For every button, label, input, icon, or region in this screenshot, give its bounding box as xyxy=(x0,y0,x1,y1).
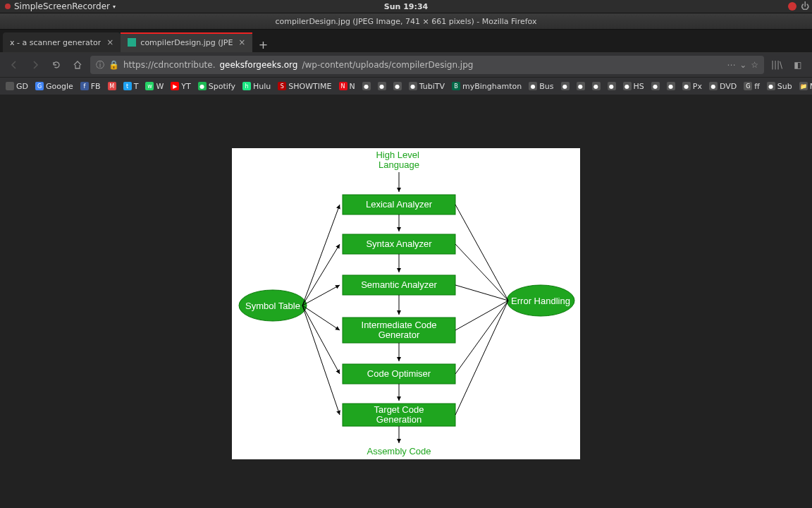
bookmark-item[interactable]: ● xyxy=(577,82,585,90)
bookmark-item[interactable]: ●TubiTV xyxy=(409,82,445,91)
tab-compiler-design[interactable]: compilerDesign.jpg (JPE × xyxy=(121,32,252,52)
svg-line-24 xyxy=(455,285,508,301)
bookmark-item[interactable]: ● xyxy=(393,82,402,90)
bookmark-label: Bus xyxy=(539,82,553,91)
svg-text:Target CodeGeneration: Target CodeGeneration xyxy=(374,404,424,425)
bookmark-item[interactable]: M xyxy=(108,82,116,90)
lock-icon[interactable]: 🔒 xyxy=(109,60,119,70)
svg-line-19 xyxy=(302,306,340,330)
bookmark-item[interactable]: ▶YT xyxy=(171,82,190,91)
bookmark-item[interactable]: ●Spotify xyxy=(198,82,235,91)
window-title: compilerDesign.jpg (JPEG Image, 741 × 66… xyxy=(276,17,537,26)
home-button[interactable] xyxy=(69,56,86,73)
bookmark-favicon-icon: N xyxy=(339,82,347,90)
bookmark-favicon-icon: t xyxy=(123,82,132,90)
bookmark-favicon-icon: ● xyxy=(409,82,417,90)
status-dot-icon[interactable] xyxy=(788,2,796,11)
bookmark-label: GD xyxy=(16,82,28,91)
svg-line-18 xyxy=(302,285,340,306)
bookmark-favicon-icon xyxy=(6,82,14,90)
bookmark-item[interactable]: ● xyxy=(592,82,601,90)
bookmark-favicon-icon: ● xyxy=(667,82,675,90)
reload-button[interactable] xyxy=(48,56,65,73)
chevron-down-icon: ▾ xyxy=(113,4,116,10)
bookmark-item[interactable]: GD xyxy=(6,82,28,91)
system-panel: SimpleScreenRecorder ▾ Sun 19:34 ⏻ xyxy=(0,0,812,13)
diagram-top-label: High Level Language xyxy=(376,150,422,170)
bookmark-item[interactable]: wW xyxy=(145,82,164,91)
bookmark-label: FB xyxy=(91,82,101,91)
bookmark-item[interactable]: ● xyxy=(362,82,371,90)
bookmark-label: SHOWTIME xyxy=(288,82,331,91)
bookmark-favicon-icon: ▶ xyxy=(171,82,179,90)
bookmark-item[interactable]: ● xyxy=(651,82,660,90)
record-icon xyxy=(4,3,11,10)
new-tab-button[interactable]: + xyxy=(255,37,271,52)
info-icon[interactable]: ⓘ xyxy=(96,59,104,71)
bookmark-item[interactable]: ● xyxy=(561,82,570,90)
bookmark-favicon-icon: ● xyxy=(393,82,402,90)
bookmark-item[interactable]: tT xyxy=(123,82,139,91)
content-area[interactable]: High Level Language Lexical AnalyzerSynt… xyxy=(0,95,812,508)
url-prefix: https://cdncontribute. xyxy=(123,60,215,70)
bookmark-item[interactable]: ●Px xyxy=(682,82,702,91)
window-titlebar: compilerDesign.jpg (JPEG Image, 741 × 66… xyxy=(0,13,812,30)
bookmark-favicon-icon: w xyxy=(145,82,154,90)
star-icon[interactable]: ☆ xyxy=(751,60,758,70)
back-button[interactable] xyxy=(6,56,23,73)
image-compiler-design[interactable]: High Level Language Lexical AnalyzerSynt… xyxy=(232,148,580,459)
bookmark-label: ff xyxy=(754,82,760,91)
app-indicator[interactable]: SimpleScreenRecorder ▾ xyxy=(0,1,120,11)
page-actions-icon[interactable]: ⋯ xyxy=(727,60,735,70)
close-icon[interactable]: × xyxy=(106,37,113,47)
bookmark-favicon-icon: S xyxy=(278,82,286,90)
bookmark-item[interactable]: 📁ML xyxy=(799,82,812,91)
forward-button[interactable] xyxy=(27,56,44,73)
bookmark-item[interactable]: ●Bus xyxy=(529,82,553,91)
bookmark-label: Spotify xyxy=(209,82,235,91)
bookmark-label: N xyxy=(350,82,355,91)
pocket-icon[interactable]: ⌄ xyxy=(739,60,746,70)
bookmark-favicon-icon: f xyxy=(80,82,89,90)
bookmark-item[interactable]: ●Sub xyxy=(767,82,792,91)
bookmark-label: HS xyxy=(634,82,644,91)
svg-text:Syntax Analyzer: Syntax Analyzer xyxy=(366,238,432,249)
bookmark-item[interactable]: fFB xyxy=(80,82,101,91)
url-bar[interactable]: ⓘ 🔒 https://cdncontribute.geeksforgeeks.… xyxy=(90,56,764,74)
bookmark-favicon-icon: G xyxy=(35,82,44,90)
bookmark-item[interactable]: NN xyxy=(339,82,355,91)
error-handling-label: Error Handling xyxy=(511,296,570,306)
bookmark-item[interactable]: ● xyxy=(608,82,616,90)
bookmark-item[interactable]: ● xyxy=(378,82,386,90)
close-icon[interactable]: × xyxy=(238,37,245,47)
bookmark-favicon-icon: h xyxy=(242,82,251,90)
bookmark-item[interactable]: ● xyxy=(667,82,675,90)
bookmark-favicon-icon: B xyxy=(452,82,460,90)
bookmark-label: TubiTV xyxy=(419,82,445,91)
bookmark-item[interactable]: SSHOWTIME xyxy=(278,82,331,91)
bookmark-favicon-icon: ● xyxy=(682,82,691,90)
nav-toolbar: ⓘ 🔒 https://cdncontribute.geeksforgeeks.… xyxy=(0,53,812,78)
tab-scanner-generator[interactable]: x - a scanner generator × xyxy=(3,32,121,52)
url-suffix: /wp-content/uploads/compilerDesign.jpg xyxy=(302,60,473,70)
diagram-bottom-label: Assembly Code xyxy=(367,446,431,456)
bookmark-favicon-icon: ● xyxy=(608,82,616,90)
bookmark-item[interactable]: hHulu xyxy=(242,82,271,91)
bookmark-item[interactable]: ●HS xyxy=(623,82,644,91)
power-icon[interactable]: ⏻ xyxy=(801,1,809,11)
clock[interactable]: Sun 19:34 xyxy=(384,2,428,11)
svg-line-21 xyxy=(302,306,340,415)
url-domain: geeksforgeeks.org xyxy=(219,60,297,70)
bookmark-label: YT xyxy=(181,82,190,91)
svg-text:Code Optimiser: Code Optimiser xyxy=(367,368,431,379)
svg-line-16 xyxy=(302,205,340,306)
library-icon[interactable]: |||\ xyxy=(768,56,785,73)
sidebar-icon[interactable]: ◧ xyxy=(789,56,806,73)
bookmark-favicon-icon: ● xyxy=(709,82,718,90)
bookmark-item[interactable]: ●DVD xyxy=(709,82,737,91)
bookmark-label: T xyxy=(134,82,139,91)
bookmark-favicon-icon: ● xyxy=(623,82,632,90)
bookmark-item[interactable]: GGoogle xyxy=(35,82,73,91)
bookmark-item[interactable]: Gff xyxy=(744,82,760,91)
bookmark-item[interactable]: BmyBinghamton xyxy=(452,82,522,91)
